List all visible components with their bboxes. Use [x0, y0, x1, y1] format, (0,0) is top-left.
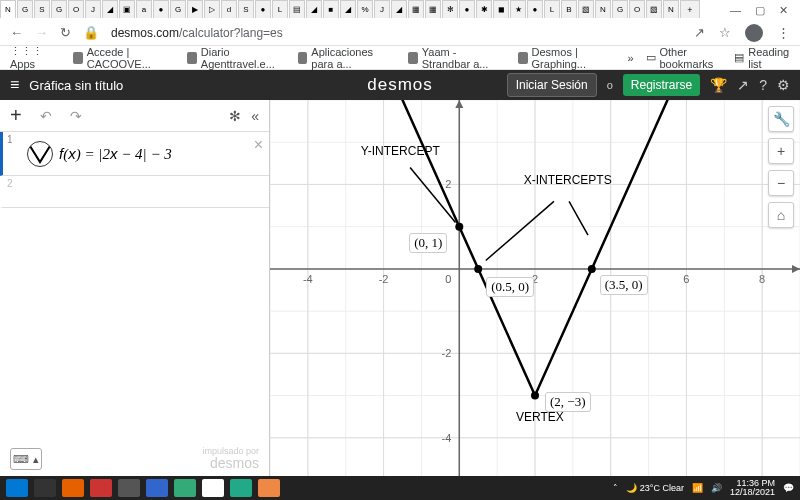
browser-tab[interactable]: ● [527, 0, 543, 18]
browser-tab[interactable]: ▦ [425, 0, 441, 18]
login-button[interactable]: Iniciar Sesión [507, 73, 597, 97]
browser-tab[interactable]: ■ [323, 0, 339, 18]
zoom-out-button[interactable]: − [768, 170, 794, 196]
bookmark-item[interactable]: Accede | CACOOVE... [73, 46, 173, 70]
browser-tab[interactable]: B [561, 0, 577, 18]
expression-formula[interactable]: f(x) = |2x − 4| − 3 [59, 145, 172, 163]
forward-icon[interactable]: → [35, 25, 48, 40]
task-item[interactable] [230, 479, 252, 497]
browser-tab[interactable]: G [51, 0, 67, 18]
browser-tab[interactable]: ✻ [442, 0, 458, 18]
browser-tab[interactable]: ◢ [102, 0, 118, 18]
tray-wifi-icon[interactable]: 📶 [692, 483, 703, 493]
browser-tab[interactable]: ◼ [493, 0, 509, 18]
task-item[interactable] [118, 479, 140, 497]
expression-row[interactable]: 1 f(x) = |2x − 4| − 3 × [0, 132, 269, 176]
signup-button[interactable]: Registrarse [623, 74, 700, 96]
browser-tab[interactable]: ◢ [391, 0, 407, 18]
trophy-icon[interactable]: 🏆 [710, 77, 727, 93]
apps-button[interactable]: ⋮⋮⋮ Apps [10, 45, 59, 70]
window-maximize[interactable]: ▢ [755, 4, 765, 17]
tray-volume-icon[interactable]: 🔊 [711, 483, 722, 493]
browser-tab[interactable]: ✱ [476, 0, 492, 18]
wrench-icon[interactable]: 🔧 [768, 106, 794, 132]
keypad-toggle[interactable]: ⌨ ▴ [10, 448, 42, 470]
browser-tab[interactable]: S [34, 0, 50, 18]
home-zoom-button[interactable]: ⌂ [768, 202, 794, 228]
browser-tab[interactable]: ▷ [204, 0, 220, 18]
browser-tab[interactable]: J [374, 0, 390, 18]
zoom-in-button[interactable]: + [768, 138, 794, 164]
browser-tab[interactable]: O [629, 0, 645, 18]
window-close[interactable]: ✕ [779, 4, 788, 17]
bookmark-item[interactable]: Diario Agenttravel.e... [187, 46, 283, 70]
start-button[interactable] [6, 479, 28, 497]
browser-tab[interactable]: L [272, 0, 288, 18]
system-clock[interactable]: 11:36 PM12/18/2021 [730, 479, 775, 497]
task-item[interactable] [202, 479, 224, 497]
task-item[interactable] [34, 479, 56, 497]
help-icon[interactable]: ? [759, 77, 767, 93]
redo-icon[interactable]: ↷ [70, 108, 82, 124]
weather-widget[interactable]: 🌙 23°C Clear [626, 483, 684, 493]
add-expression-button[interactable]: + [10, 104, 22, 127]
window-minimize[interactable]: — [730, 4, 741, 17]
reload-icon[interactable]: ↻ [60, 25, 71, 40]
share-app-icon[interactable]: ↗ [737, 77, 749, 93]
graph-canvas[interactable]: -4-22468-4-220Y-INTERCEPTX-INTERCEPTSVER… [270, 100, 800, 476]
expression-settings-icon[interactable]: ✻ [229, 108, 241, 124]
browser-tab[interactable]: N [663, 0, 679, 18]
settings-icon[interactable]: ⚙ [777, 77, 790, 93]
browser-tab[interactable]: ● [459, 0, 475, 18]
browser-tab[interactable]: ▦ [408, 0, 424, 18]
browser-tab[interactable]: ● [255, 0, 271, 18]
task-item[interactable] [90, 479, 112, 497]
browser-tab[interactable]: G [17, 0, 33, 18]
browser-tab[interactable]: O [68, 0, 84, 18]
share-icon[interactable]: ↗ [694, 25, 705, 40]
bookmark-item[interactable]: Yaam - Strandbar a... [408, 46, 504, 70]
browser-tab[interactable]: ◢ [306, 0, 322, 18]
profile-avatar[interactable] [745, 24, 763, 42]
bookmark-item[interactable]: Desmos | Graphing... [518, 46, 613, 70]
bookmark-item[interactable]: Aplicaciones para a... [298, 46, 394, 70]
expression-row-empty[interactable]: 2 [0, 176, 269, 208]
browser-tab[interactable]: ▧ [578, 0, 594, 18]
browser-tab[interactable]: d [221, 0, 237, 18]
browser-tab[interactable]: % [357, 0, 373, 18]
browser-tab[interactable]: ● [153, 0, 169, 18]
reading-list[interactable]: ▤ Reading list [734, 46, 790, 70]
bookmark-star-icon[interactable]: ☆ [719, 25, 731, 40]
browser-tab[interactable]: L [544, 0, 560, 18]
collapse-panel-icon[interactable]: « [251, 108, 259, 124]
browser-tab[interactable]: G [170, 0, 186, 18]
browser-menu-icon[interactable]: ⋮ [777, 25, 790, 40]
undo-icon[interactable]: ↶ [40, 108, 52, 124]
document-title[interactable]: Gráfica sin título [29, 78, 123, 93]
notifications-icon[interactable]: 💬 [783, 483, 794, 493]
browser-tab[interactable]: N [595, 0, 611, 18]
bookmarks-overflow[interactable]: » [627, 52, 633, 64]
delete-expression-icon[interactable]: × [254, 136, 263, 154]
expression-color-icon[interactable] [27, 141, 53, 167]
browser-tab[interactable]: G [612, 0, 628, 18]
browser-tab[interactable]: ▣ [119, 0, 135, 18]
url-text[interactable]: desmos.com/calculator?lang=es [111, 26, 283, 40]
back-icon[interactable]: ← [10, 25, 23, 40]
browser-tab[interactable]: ▤ [289, 0, 305, 18]
browser-tab[interactable]: ▧ [646, 0, 662, 18]
browser-tab[interactable]: a [136, 0, 152, 18]
hamburger-icon[interactable]: ≡ [10, 76, 19, 94]
task-item[interactable] [174, 479, 196, 497]
task-item[interactable] [258, 479, 280, 497]
browser-tab[interactable]: N [0, 0, 16, 18]
task-item[interactable] [146, 479, 168, 497]
tray-chevron-icon[interactable]: ˄ [613, 483, 618, 493]
browser-tab[interactable]: ★ [510, 0, 526, 18]
task-item[interactable] [62, 479, 84, 497]
new-tab-button[interactable]: + [680, 0, 700, 18]
browser-tab[interactable]: J [85, 0, 101, 18]
browser-tab[interactable]: S [238, 0, 254, 18]
other-bookmarks[interactable]: ▭ Other bookmarks [646, 46, 723, 70]
browser-tab[interactable]: ▶ [187, 0, 203, 18]
